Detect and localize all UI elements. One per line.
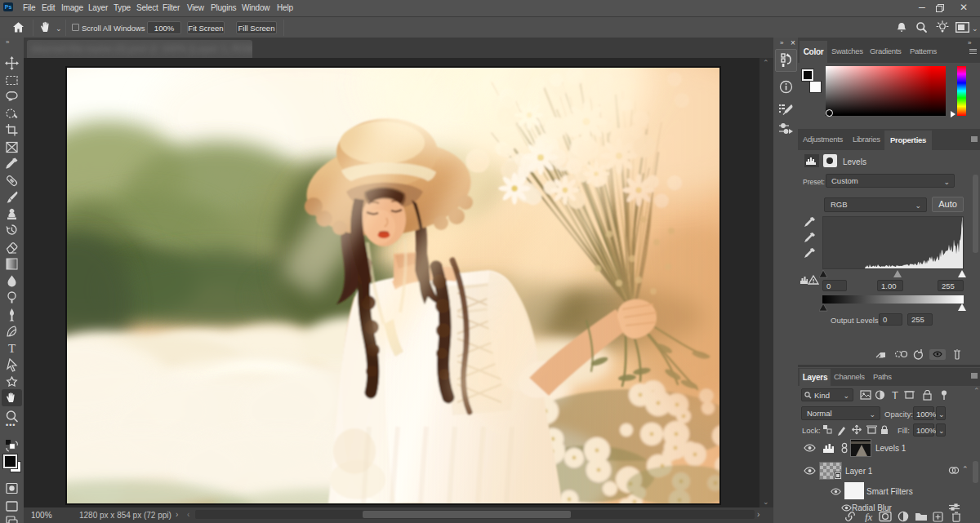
svg-text:fx: fx	[865, 511, 873, 522]
svg-text:T: T	[892, 390, 898, 401]
svg-text:T: T	[8, 342, 16, 355]
